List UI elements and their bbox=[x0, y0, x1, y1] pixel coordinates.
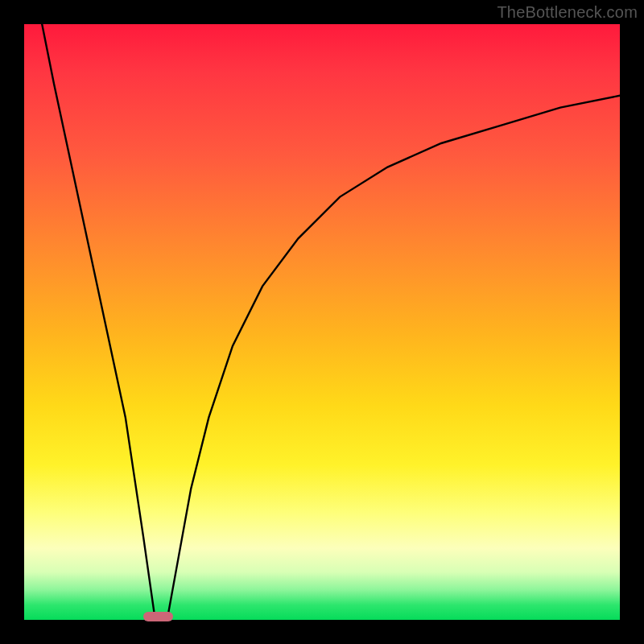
left-branch-curve bbox=[42, 24, 155, 620]
chart-frame: TheBottleneck.com bbox=[0, 0, 644, 644]
right-branch-curve bbox=[167, 96, 620, 620]
bottleneck-marker bbox=[143, 612, 173, 621]
curve-layer bbox=[24, 24, 620, 620]
watermark-text: TheBottleneck.com bbox=[497, 3, 638, 22]
plot-area bbox=[24, 24, 620, 620]
